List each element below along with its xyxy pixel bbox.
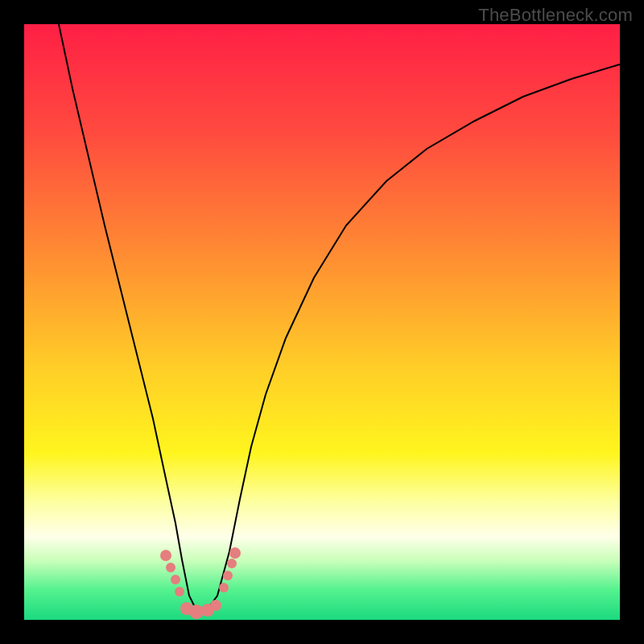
bottleneck-curve: [59, 24, 620, 612]
point-right-4: [229, 547, 241, 559]
point-right-1: [219, 583, 229, 592]
point-left-1: [160, 550, 171, 561]
point-left-2: [166, 563, 175, 572]
chart-frame: TheBottleneck.com: [0, 0, 644, 644]
point-left-3: [171, 575, 180, 584]
point-left-4: [175, 587, 184, 597]
point-right-2: [223, 571, 233, 580]
marker-group: [160, 547, 241, 619]
point-bottom-4: [210, 600, 221, 611]
watermark-text: TheBottleneck.com: [478, 5, 633, 26]
plot-area: [24, 24, 620, 620]
point-right-3: [227, 559, 237, 568]
curve-layer: [24, 24, 620, 620]
